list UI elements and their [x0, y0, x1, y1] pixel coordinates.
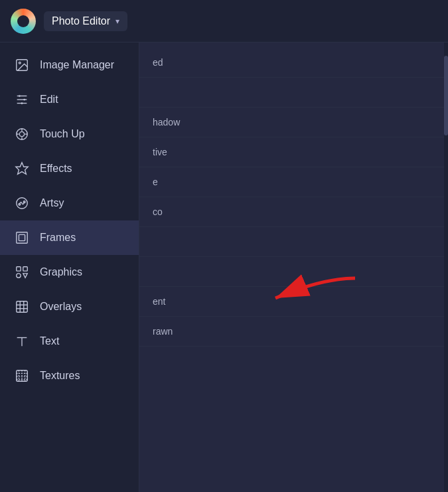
sidebar-item-label-artsy: Artsy [40, 197, 64, 209]
panel-item-5[interactable]: e [139, 167, 448, 197]
app-title-dropdown[interactable]: Photo Editor ▾ [44, 11, 127, 31]
svg-point-16 [19, 203, 21, 205]
sidebar-item-label-touch-up: Touch Up [40, 128, 85, 140]
sidebar-item-edit[interactable]: Edit [0, 82, 139, 117]
sidebar-item-label-graphics: Graphics [40, 266, 82, 278]
svg-rect-20 [17, 267, 21, 271]
svg-marker-14 [16, 163, 28, 174]
sidebar-item-effects[interactable]: Effects [0, 151, 139, 186]
svg-rect-21 [23, 267, 27, 271]
sidebar-item-graphics[interactable]: Graphics [0, 255, 139, 289]
sidebar-item-image-manager[interactable]: Image Manager [0, 48, 139, 82]
svg-point-1 [19, 62, 21, 64]
graphics-icon [13, 264, 31, 281]
svg-point-17 [23, 201, 25, 203]
app-title: Photo Editor [52, 15, 110, 27]
frames-icon [13, 229, 31, 246]
overlays-icon [13, 298, 31, 315]
sidebar-item-label-overlays: Overlays [40, 301, 82, 313]
svg-point-6 [23, 99, 25, 101]
panel-item-4[interactable]: tive [139, 137, 448, 167]
sidebar-item-label-textures: Textures [40, 370, 80, 382]
sidebar-item-label-text: Text [40, 335, 59, 347]
sidebar-item-label-effects: Effects [40, 163, 72, 175]
sidebar-item-label-frames: Frames [40, 232, 76, 244]
panel-item-10[interactable]: rawn [139, 317, 448, 347]
panel-item-3[interactable]: hadow [139, 108, 448, 137]
chevron-down-icon: ▾ [115, 17, 119, 26]
sidebar-item-artsy[interactable]: Artsy [0, 186, 139, 220]
panel-item-7[interactable] [139, 227, 448, 257]
sidebar-item-touch-up[interactable]: Touch Up [0, 117, 139, 151]
svg-rect-24 [17, 301, 28, 313]
svg-point-9 [19, 131, 24, 136]
right-panel: ed hadow tive e co ent rawn [139, 42, 448, 492]
edit-icon [13, 91, 31, 108]
panel-item-2[interactable] [139, 78, 448, 108]
svg-rect-19 [19, 234, 25, 240]
app-logo [11, 9, 36, 34]
panel-item-8[interactable] [139, 257, 448, 287]
sidebar-item-label-edit: Edit [40, 94, 58, 106]
sidebar-item-textures[interactable]: Textures [0, 359, 139, 393]
scroll-track[interactable] [444, 42, 448, 492]
sidebar: Image Manager Edit [0, 42, 139, 492]
svg-point-5 [19, 95, 21, 97]
text-icon [13, 333, 31, 350]
artsy-icon [13, 195, 31, 212]
sidebar-item-text[interactable]: Text [0, 324, 139, 359]
app-header: Photo Editor ▾ [0, 0, 448, 42]
panel-item-1[interactable]: ed [139, 48, 448, 78]
touch-up-icon [13, 125, 31, 143]
scroll-thumb[interactable] [444, 56, 448, 135]
effects-icon [13, 160, 31, 177]
sidebar-item-overlays[interactable]: Overlays [0, 289, 139, 324]
sidebar-item-label-image-manager: Image Manager [40, 59, 114, 71]
panel-item-6[interactable]: co [139, 197, 448, 227]
image-manager-icon [13, 56, 31, 74]
main-content: Image Manager Edit [0, 42, 448, 492]
svg-point-7 [21, 102, 23, 104]
panel-list: ed hadow tive e co ent rawn [139, 42, 448, 352]
sidebar-item-frames[interactable]: Frames [0, 220, 139, 255]
panel-item-9[interactable]: ent [139, 287, 448, 317]
svg-marker-23 [23, 274, 27, 278]
svg-rect-18 [17, 232, 28, 244]
logo-inner [17, 15, 29, 27]
svg-point-22 [17, 274, 21, 278]
textures-icon [13, 367, 31, 384]
